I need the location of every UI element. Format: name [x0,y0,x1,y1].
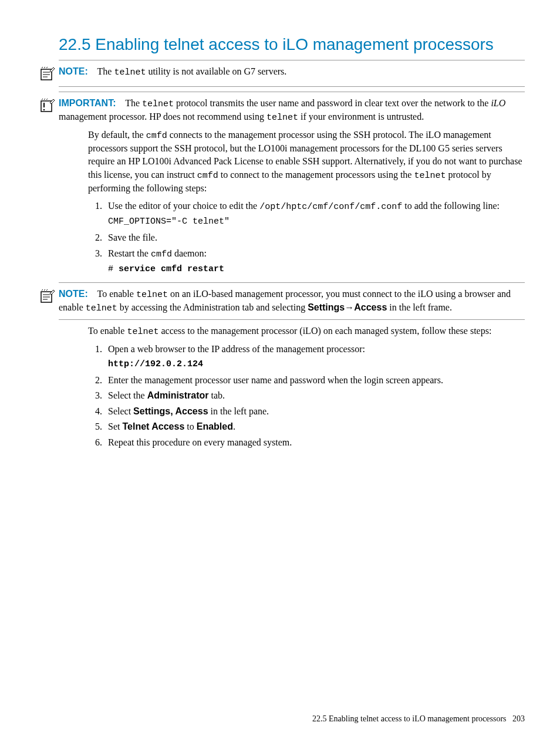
text: to add the following line: [402,201,500,211]
inline-code: telnet [266,113,298,123]
bold-text: Settings [308,302,345,312]
note-body: NOTE: To enable telnet on an iLO-based m… [59,288,525,315]
text: Select the [108,390,147,400]
section-heading: 22.5 Enabling telnet access to iLO manag… [59,35,525,54]
inline-code: telnet [142,99,174,109]
footer-text: 22.5 Enabling telnet access to iLO manag… [312,714,506,723]
text: management processor. HP does not recomm… [59,112,266,121]
text: The [125,98,142,108]
list-item: Select the Administrator tab. [104,389,525,402]
note-label: NOTE: [59,66,88,76]
inline-code: telnet [127,327,158,337]
important-admonition: IMPORTANT: The telnet protocol transmits… [59,92,525,124]
inline-code: telnet [414,171,446,181]
text: to [184,421,196,431]
bold-text: Administrator [147,390,209,400]
italic-text: iLO [491,98,505,108]
page-number: 203 [512,714,525,723]
note-icon [35,65,59,82]
bold-text: Telnet Access [122,421,184,431]
text: protocol transmits the user name and pas… [174,98,491,108]
note-text: utility is not available on G7 servers. [146,66,286,76]
text: in the left pane. [208,406,269,416]
svg-line-11 [42,99,43,100]
paragraph: To enable telnet access to the managemen… [88,325,525,338]
svg-line-12 [44,99,45,100]
text: Set [108,421,122,431]
note-body: NOTE: The telnet utility is not availabl… [59,65,525,79]
note-label: NOTE: [59,289,88,299]
text: Use the editor of your choice to edit th… [108,201,259,211]
list-item: Select Settings, Access in the left pane… [104,405,525,418]
note-icon [35,288,59,304]
inline-code: cmfd [151,249,172,259]
bold-text: Settings, Access [133,406,208,416]
list-item: Restart the cmfd daemon: # service cmfd … [104,247,525,275]
text: Restart the [108,248,151,258]
svg-marker-14 [50,99,55,104]
list-item: Save the file. [104,231,525,244]
bold-text: Access [354,302,387,312]
svg-line-13 [46,99,48,100]
inline-code: cmfd [146,131,167,141]
list-item: Set Telnet Access to Enabled. [104,420,525,433]
code-block: # service cmfd restart [108,263,525,275]
text: To enable [97,289,136,299]
ordered-list-2: Open a web browser to the IP address of … [88,343,525,449]
list-item: Enter the management processor user name… [104,374,525,387]
important-label: IMPORTANT: [59,98,116,108]
important-icon [35,97,59,113]
text: Select [108,406,133,416]
text: Open a web browser to the IP address of … [108,344,365,354]
svg-line-21 [46,289,48,291]
svg-line-5 [44,67,45,68]
svg-line-19 [42,289,43,291]
list-item: Repeat this procedure on every managed s… [104,436,525,449]
code-block: http://192.0.2.124 [108,358,525,370]
page-footer: 22.5 Enabling telnet access to iLO manag… [312,714,525,724]
code-block: CMF_OPTIONS="-C telnet" [108,215,525,228]
important-body: IMPORTANT: The telnet protocol transmits… [59,97,525,124]
list-item: Use the editor of your choice to edit th… [104,200,525,228]
note-admonition-1: NOTE: The telnet utility is not availabl… [59,60,525,87]
svg-line-4 [42,67,43,68]
inline-code: telnet [136,290,168,300]
text: By default, the [88,130,146,140]
text: . [233,421,235,431]
paragraph: By default, the cmfd connects to the man… [88,129,525,195]
note-admonition-2: NOTE: To enable telnet on an iLO-based m… [59,282,525,315]
bold-text: Enabled [197,421,233,431]
text: daemon: [172,248,207,258]
text: to connect to the management processors … [218,170,414,180]
text: access to the management processor (iLO)… [158,326,491,336]
inline-code: telnet [86,303,117,313]
svg-line-20 [44,289,45,291]
text: by accessing the Administration tab and … [117,302,308,312]
arrow: → [345,302,354,312]
inline-code: /opt/hptc/cmf/conf/cmf.conf [259,202,402,212]
text: To enable [88,326,127,336]
inline-code: cmfd [197,171,218,181]
divider [59,319,525,320]
note-text: The [97,66,114,76]
svg-marker-7 [50,67,55,72]
list-item: Open a web browser to the IP address of … [104,343,525,370]
svg-point-10 [43,109,45,111]
svg-marker-22 [50,290,55,295]
text: if your environment is untrusted. [298,112,424,121]
svg-line-6 [46,67,48,68]
text: in the left frame. [387,302,452,312]
inline-code: telnet [114,67,146,77]
ordered-list-1: Use the editor of your choice to edit th… [88,200,525,275]
text: tab. [209,390,225,400]
